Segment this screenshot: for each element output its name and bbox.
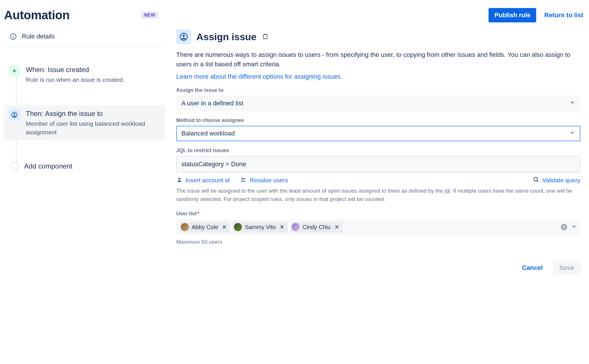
svg-point-12 bbox=[534, 177, 538, 181]
jql-help-text: The issue will be assigned to the user w… bbox=[176, 187, 580, 203]
method-select[interactable]: Balanced workload bbox=[176, 126, 580, 141]
panel-title: Assign issue bbox=[196, 31, 257, 42]
learn-more-link[interactable]: Learn more about the different options f… bbox=[176, 73, 342, 80]
svg-point-2 bbox=[13, 35, 13, 35]
remove-user-icon[interactable]: ✕ bbox=[221, 224, 228, 230]
remove-user-icon[interactable]: ✕ bbox=[334, 224, 340, 230]
step-then-assign-issue[interactable]: Then: Assign the issue to Member of user… bbox=[4, 105, 165, 140]
clear-all-icon[interactable]: ✕ bbox=[561, 224, 567, 230]
svg-point-9 bbox=[178, 178, 180, 180]
avatar bbox=[234, 223, 242, 231]
resolve-users-link[interactable]: Resolve users bbox=[240, 177, 288, 184]
rule-details-link[interactable]: Rule details bbox=[4, 29, 165, 47]
user-list-multiselect[interactable]: Abby Cole ✕ Sammy Vito ✕ Cindy Chiu ✕ bbox=[176, 219, 580, 235]
chevron-down-icon bbox=[569, 100, 575, 107]
plus-icon bbox=[9, 65, 20, 77]
user-tag: Abby Cole ✕ bbox=[180, 222, 230, 232]
resolve-users-label: Resolve users bbox=[250, 177, 288, 184]
jql-input[interactable] bbox=[176, 156, 580, 173]
assign-to-value: A user in a defined list bbox=[181, 100, 243, 107]
trash-icon[interactable] bbox=[262, 33, 269, 41]
remove-user-icon[interactable]: ✕ bbox=[279, 224, 285, 230]
user-list-label: User list* bbox=[176, 211, 580, 217]
svg-point-11 bbox=[244, 178, 245, 180]
user-name: Cindy Chiu bbox=[303, 224, 331, 231]
add-component-label: Add component bbox=[24, 162, 72, 170]
method-value: Balanced workload bbox=[181, 130, 235, 137]
step-when-issue-created[interactable]: When: Issue created Rule is run when an … bbox=[4, 61, 165, 88]
user-tag: Sammy Vito ✕ bbox=[233, 222, 287, 232]
cancel-button[interactable]: Cancel bbox=[517, 261, 547, 275]
validate-query-link[interactable]: Validate query bbox=[533, 177, 580, 184]
user-tag: Cindy Chiu ✕ bbox=[290, 222, 342, 232]
step-title: Then: Assign the issue to bbox=[26, 110, 160, 118]
sidebar: Rule details When: Issue created Rule is… bbox=[4, 29, 165, 275]
avatar bbox=[181, 223, 189, 231]
step-subtitle: Rule is run when an issue is created. bbox=[26, 75, 124, 84]
jql-label: JQL to restrict issues bbox=[176, 148, 580, 154]
method-label: Method to choose assignee bbox=[176, 117, 580, 123]
svg-point-10 bbox=[241, 178, 243, 179]
validate-query-label: Validate query bbox=[542, 177, 580, 184]
hollow-circle-icon bbox=[10, 162, 18, 170]
user-list-hint: Maximum 50 users bbox=[176, 238, 580, 246]
user-name: Abby Cole bbox=[192, 224, 218, 231]
required-indicator: * bbox=[197, 211, 199, 216]
main-panel: Assign issue There are numerous ways to … bbox=[176, 29, 583, 275]
add-component-button[interactable]: Add component bbox=[4, 158, 165, 176]
rule-details-label: Rule details bbox=[22, 33, 55, 40]
new-badge: NEW bbox=[141, 11, 158, 19]
svg-point-6 bbox=[13, 113, 15, 115]
assign-to-label: Assign the issue to bbox=[176, 87, 580, 93]
svg-line-13 bbox=[537, 181, 538, 182]
publish-rule-button[interactable]: Publish rule bbox=[489, 8, 536, 22]
top-bar: Automation NEW Publish rule Return to li… bbox=[4, 6, 583, 29]
chevron-down-icon bbox=[569, 130, 575, 137]
user-name: Sammy Vito bbox=[245, 224, 276, 231]
step-title: When: Issue created bbox=[26, 66, 124, 74]
svg-point-8 bbox=[183, 35, 185, 37]
assign-user-icon bbox=[9, 109, 20, 121]
assign-to-select[interactable]: A user in a defined list bbox=[176, 96, 580, 111]
step-subtitle: Member of user list using balanced workl… bbox=[26, 119, 160, 136]
insert-account-id-link[interactable]: Insert account id bbox=[176, 177, 230, 184]
panel-description: There are numerous ways to assign issues… bbox=[176, 50, 580, 69]
search-icon bbox=[533, 177, 539, 184]
return-to-list-link[interactable]: Return to list bbox=[544, 11, 583, 19]
insert-account-id-label: Insert account id bbox=[185, 177, 230, 184]
users-icon bbox=[240, 177, 247, 184]
user-icon bbox=[176, 177, 183, 184]
page-title: Automation bbox=[4, 8, 69, 22]
info-icon bbox=[10, 33, 17, 40]
chevron-down-icon[interactable] bbox=[571, 224, 577, 231]
avatar bbox=[292, 223, 300, 231]
save-button: Save bbox=[553, 261, 580, 275]
assign-user-icon bbox=[176, 29, 191, 44]
